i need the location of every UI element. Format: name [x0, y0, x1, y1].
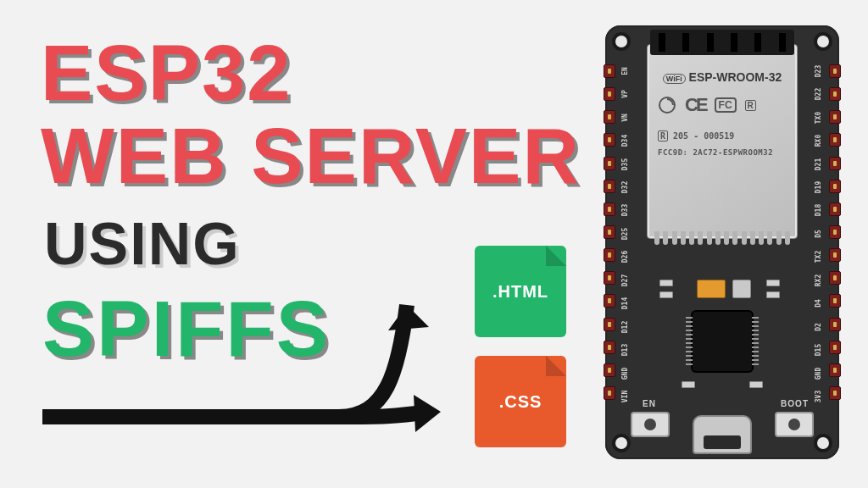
title-line-1: ESP32 — [41, 34, 292, 112]
diagram-canvas: ESP32 WEB SERVER USING SPIFFS .HTML .CSS… — [0, 0, 868, 488]
title-using: USING — [44, 210, 241, 278]
castellation-icon — [654, 231, 790, 245]
reg-code: R 205 - 000519 — [658, 131, 734, 141]
fcc-id: FCC9D: 2AC72-ESPWROOM32 — [658, 148, 773, 157]
css-file-label: .CSS — [499, 392, 542, 412]
smd-icon — [766, 291, 780, 298]
html-file-icon: .HTML — [475, 246, 566, 337]
rohs-mark: R — [745, 100, 756, 111]
mcu-chip-icon — [693, 312, 752, 371]
en-button-label: EN — [643, 399, 656, 408]
css-file-icon: .CSS — [475, 356, 566, 447]
svg-marker-0 — [388, 305, 429, 330]
antenna-icon — [650, 30, 794, 55]
mounting-hole-icon — [612, 32, 631, 51]
smd-icon — [749, 381, 763, 388]
module-name: WiFi ESP-WROOM-32 — [648, 70, 797, 84]
smd-icon — [659, 291, 673, 298]
capacitor-icon — [697, 280, 726, 298]
smd-icon — [766, 280, 780, 286]
title-line-2: WEB SERVER — [41, 117, 581, 195]
mounting-hole-icon — [814, 434, 832, 452]
boot-button — [775, 412, 814, 437]
smd-icon — [659, 280, 673, 286]
esp32-board: ENVP VND34 D35D32 D33D25 D26D27 D14D12 D… — [605, 25, 839, 459]
title-spiffs: SPIFFS — [42, 285, 331, 374]
boot-button-label: BOOT — [781, 399, 809, 408]
esp-module-shield: WiFi ESP-WROOM-32 CE FC R R 205 - 000519… — [647, 44, 798, 239]
mounting-hole-icon — [612, 434, 631, 452]
smd-icon — [682, 381, 695, 388]
pin-labels-left: ENVP VND34 D35D32 D33D25 D26D27 D14D12 D… — [614, 59, 637, 408]
svg-marker-1 — [414, 395, 441, 432]
fcc-mark: FC — [715, 97, 737, 113]
ce-mark: CE — [685, 94, 706, 116]
html-file-label: .HTML — [492, 282, 548, 302]
cert-logo-icon — [658, 96, 676, 114]
cert-marks: CE FC R — [658, 94, 787, 116]
pin-header-right — [829, 64, 841, 400]
capacitor-icon — [732, 280, 751, 298]
pin-labels-right: D23D22 TX0RX0 D21D19 D18D5 TX2RX2 D4D2 D… — [807, 59, 831, 408]
mounting-hole-icon — [814, 32, 832, 51]
en-button — [631, 412, 670, 437]
micro-usb-icon — [693, 415, 752, 454]
